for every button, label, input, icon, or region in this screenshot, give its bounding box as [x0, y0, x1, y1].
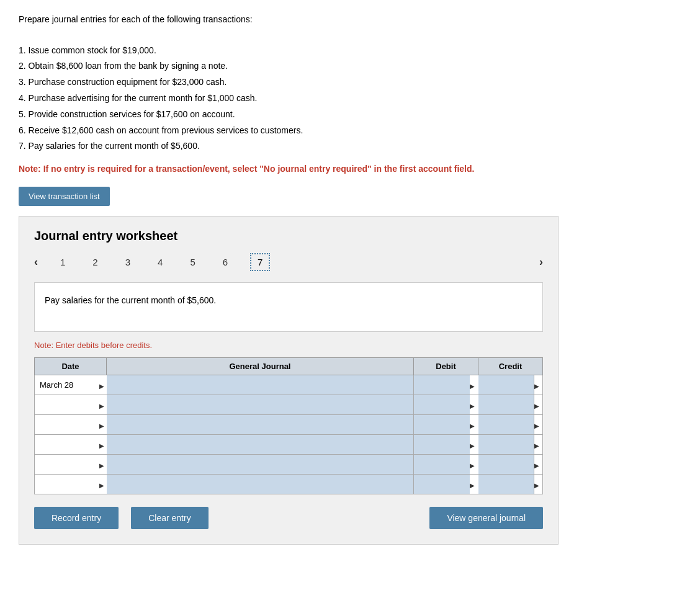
- credit-arrow-2: [534, 395, 543, 415]
- date-cell-2: [35, 395, 97, 415]
- gj-cell-4[interactable]: [107, 435, 414, 455]
- date-arrow-4: [97, 435, 107, 455]
- page-wrapper: Prepare journal entries for each of the …: [19, 12, 681, 545]
- credit-arrow-4: [534, 435, 543, 455]
- record-entry-button[interactable]: Record entry: [34, 507, 119, 529]
- journal-table: Date General Journal Debit Credit March …: [34, 357, 543, 494]
- table-row: [35, 435, 543, 455]
- worksheet-container: Journal entry worksheet ‹ 1 2 3 4 5 6 7 …: [19, 216, 559, 545]
- transaction-description: Pay salaries for the current month of $5…: [34, 282, 543, 332]
- date-arrow-1: [97, 375, 107, 395]
- gj-cell-3[interactable]: [107, 415, 414, 435]
- transaction-7: 7. Pay salaries for the current month of…: [19, 139, 681, 154]
- date-cell-1: March 28: [35, 375, 97, 395]
- clear-entry-button[interactable]: Clear entry: [131, 507, 208, 529]
- prev-arrow[interactable]: ‹: [34, 256, 38, 269]
- header-debit: Debit: [414, 358, 478, 375]
- credit-cell-3[interactable]: [478, 415, 534, 435]
- transaction-1: 1. Issue common stock for $19,000.: [19, 43, 681, 58]
- table-row: [35, 455, 543, 475]
- table-row: [35, 475, 543, 494]
- note-red: Note: If no entry is required for a tran…: [19, 163, 681, 176]
- debit-arrow-4: [470, 435, 478, 455]
- date-cell-3: [35, 415, 97, 435]
- date-arrow-2: [97, 395, 107, 415]
- gj-cell-2[interactable]: [107, 395, 414, 415]
- date-arrow-3: [97, 415, 107, 435]
- debit-cell-5[interactable]: [414, 455, 470, 475]
- table-row: March 28: [35, 375, 543, 395]
- tab-1[interactable]: 1: [55, 254, 70, 270]
- credit-arrow-1: [534, 375, 543, 395]
- tab-2[interactable]: 2: [88, 254, 102, 270]
- header-gj: General Journal: [107, 358, 414, 375]
- gj-cell-5[interactable]: [107, 455, 414, 475]
- tab-5[interactable]: 5: [185, 254, 200, 270]
- debit-arrow-2: [470, 395, 478, 415]
- transaction-4: 4. Purchase advertising for the current …: [19, 91, 681, 106]
- credit-arrow-3: [534, 415, 543, 435]
- credit-cell-1[interactable]: [478, 375, 534, 395]
- next-arrow[interactable]: ›: [539, 256, 543, 269]
- date-arrow-5: [97, 455, 107, 475]
- transaction-6: 6. Receive $12,600 cash on account from …: [19, 123, 681, 138]
- debit-arrow-3: [470, 415, 478, 435]
- transaction-5: 5. Provide construction services for $17…: [19, 107, 681, 122]
- tab-navigation: ‹ 1 2 3 4 5 6 7 ›: [34, 253, 543, 271]
- worksheet-title: Journal entry worksheet: [34, 229, 543, 243]
- table-row: [35, 415, 543, 435]
- debit-arrow-6: [470, 475, 478, 494]
- transaction-3: 3. Purchase construction equipment for $…: [19, 75, 681, 90]
- credit-arrow-6: [534, 475, 543, 494]
- debit-arrow-1: [470, 375, 478, 395]
- debit-cell-3[interactable]: [414, 415, 470, 435]
- tab-7[interactable]: 7: [250, 253, 270, 271]
- credit-cell-5[interactable]: [478, 455, 534, 475]
- gj-cell-6[interactable]: [107, 475, 414, 494]
- debit-cell-6[interactable]: [414, 475, 470, 494]
- transaction-2: 2. Obtain $8,600 loan from the bank by s…: [19, 59, 681, 74]
- date-cell-4: [35, 435, 97, 455]
- tab-6[interactable]: 6: [218, 254, 233, 270]
- credit-cell-2[interactable]: [478, 395, 534, 415]
- credit-arrow-5: [534, 455, 543, 475]
- date-cell-5: [35, 455, 97, 475]
- debit-cell-4[interactable]: [414, 435, 470, 455]
- header-date: Date: [35, 358, 107, 375]
- table-row: [35, 395, 543, 415]
- debit-cell-1[interactable]: [414, 375, 470, 395]
- tab-4[interactable]: 4: [153, 254, 168, 270]
- header-credit: Credit: [478, 358, 543, 375]
- debit-cell-2[interactable]: [414, 395, 470, 415]
- view-transaction-button[interactable]: View transaction list: [19, 187, 110, 206]
- instructions-header: Prepare journal entries for each of the …: [19, 12, 681, 27]
- instructions-block: Prepare journal entries for each of the …: [19, 12, 681, 154]
- date-arrow-6: [97, 475, 107, 494]
- credit-cell-6[interactable]: [478, 475, 534, 494]
- view-general-journal-button[interactable]: View general journal: [429, 507, 543, 529]
- date-cell-6: [35, 475, 97, 494]
- gj-cell-1[interactable]: [107, 375, 414, 395]
- debit-arrow-5: [470, 455, 478, 475]
- note-debits: Note: Enter debits before credits.: [34, 341, 543, 350]
- bottom-buttons: Record entry Clear entry View general jo…: [34, 507, 543, 529]
- tab-3[interactable]: 3: [120, 254, 135, 270]
- credit-cell-4[interactable]: [478, 435, 534, 455]
